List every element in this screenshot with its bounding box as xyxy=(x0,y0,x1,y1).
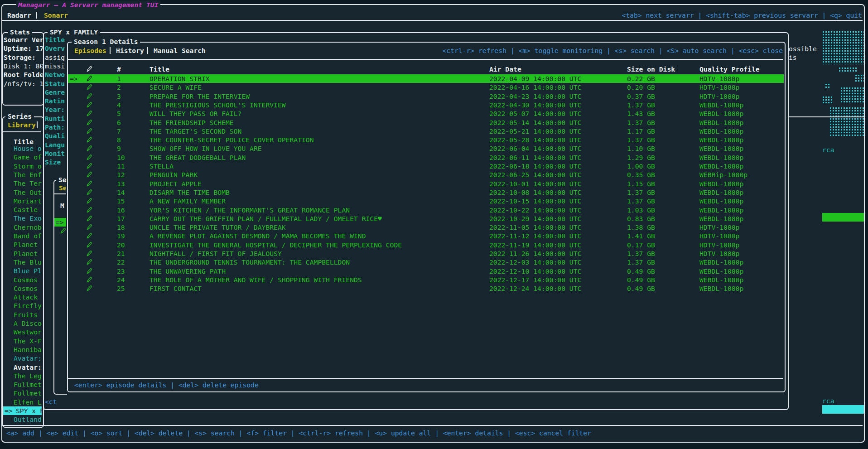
background-selected-row-fragment xyxy=(822,405,864,414)
series-list-item[interactable]: Planet xyxy=(14,240,42,249)
series-list-item[interactable]: Avatar: xyxy=(14,354,42,362)
episode-number: 13 xyxy=(117,179,125,188)
series-list-item[interactable]: Firefly xyxy=(14,301,42,310)
episode-row[interactable]: 13PROJECT APPLE2022-10-01 14:00:00 UTC1.… xyxy=(68,179,784,188)
episode-title: THE PRESTIGIOUS SCHOOL'S INTERVIEW xyxy=(149,101,286,109)
episode-row[interactable]: 15A NEW FAMILY MEMBER2022-10-15 14:00:00… xyxy=(68,197,784,205)
series-selected-row[interactable]: =>SPY x F xyxy=(3,406,42,415)
monitored-pencil-icon xyxy=(86,118,92,127)
series-field-label: Genre xyxy=(45,88,66,97)
series-list-item[interactable]: Blue Pl xyxy=(14,266,42,275)
series-list-item[interactable]: House o xyxy=(14,144,42,153)
series-list-item[interactable]: The Enf xyxy=(14,170,42,179)
series-list-item[interactable]: Chernob xyxy=(14,223,42,232)
series-list-item[interactable]: The Exo xyxy=(14,214,42,222)
episode-size: 0.35 GB xyxy=(627,170,655,179)
series-list-item[interactable]: The Blu xyxy=(14,258,42,266)
series-list-item[interactable]: The Ter xyxy=(14,179,42,188)
episode-row[interactable]: 4THE PRESTIGIOUS SCHOOL'S INTERVIEW2022-… xyxy=(68,101,784,109)
episode-row[interactable]: 3PREPARE FOR THE INTERVIEW2022-04-23 14:… xyxy=(68,92,784,101)
episode-quality: WEBDL-1080p xyxy=(699,144,743,153)
series-list-item[interactable]: Hanniba xyxy=(14,345,42,354)
tab-sonarr[interactable]: Sonarr xyxy=(44,11,68,19)
series-list-item[interactable]: Outland xyxy=(14,415,42,424)
episode-row[interactable]: 22THE UNDERGROUND TENNIS TOURNAMENT: THE… xyxy=(68,258,784,266)
monitored-pencil-icon xyxy=(60,227,66,235)
episode-row[interactable]: 2SECURE A WIFE2022-04-16 14:00:00 UTC0.2… xyxy=(68,83,784,92)
monitored-pencil-icon xyxy=(86,197,92,205)
series-list-item[interactable]: Planet xyxy=(14,249,42,258)
series-list-item[interactable]: A Disco xyxy=(14,319,42,328)
monitored-pencil-icon xyxy=(86,153,92,162)
episode-row[interactable]: 20INVESTIGATE THE GENERAL HOSPITAL / DEC… xyxy=(68,241,784,249)
series-list-item[interactable]: Fullmet xyxy=(14,380,42,389)
series-list-item[interactable]: The Out xyxy=(14,188,42,197)
episode-row[interactable]: 9SHOW OFF HOW IN LOVE YOU ARE2022-06-04 … xyxy=(68,144,784,153)
episode-row[interactable]: 8THE COUNTER-SECRET POLICE COVER OPERATI… xyxy=(68,135,784,144)
episode-air-date: 2022-06-11 14:00:00 UTC xyxy=(489,153,581,162)
episode-row[interactable]: 7THE TARGET'S SECOND SON2022-05-21 14:00… xyxy=(68,127,784,135)
tab-seasons-fragment: Sea xyxy=(59,183,66,192)
tab-history[interactable]: History xyxy=(116,46,144,55)
series-list-item[interactable]: Storm o xyxy=(14,162,42,170)
episode-number: 7 xyxy=(117,127,121,135)
series-field-label: Statu xyxy=(45,79,66,88)
tab-radarr[interactable]: Radarr xyxy=(7,11,31,19)
series-list-item[interactable]: Elfen L xyxy=(14,398,42,406)
episode-row[interactable]: 14DISARM THE TIME BOMB2022-10-08 14:00:0… xyxy=(68,188,784,197)
episode-row[interactable]: 16YOR'S KITCHEN / THE INFORMANT'S GREAT … xyxy=(68,206,784,214)
series-list-item[interactable]: The Leg xyxy=(14,372,42,380)
episode-row[interactable]: =>1OPERATION STRIX2022-04-09 14:00:00 UT… xyxy=(68,74,784,83)
episode-size: 1.37 GB xyxy=(627,249,655,258)
episode-quality: HDTV-1080p xyxy=(699,232,739,240)
tab-library[interactable]: Library xyxy=(8,121,36,129)
series-list-item[interactable]: Fruits xyxy=(14,310,42,319)
series-list-item[interactable]: Westwor xyxy=(14,328,42,336)
monitored-pencil-icon xyxy=(86,109,92,118)
monitored-pencil-icon xyxy=(86,258,92,266)
series-list-item[interactable]: Fullmet xyxy=(14,389,42,397)
series-list-item[interactable]: Castle xyxy=(14,205,42,214)
tab-episodes[interactable]: Episodes xyxy=(74,46,106,55)
episode-row[interactable]: 12PENGUIN PARK2022-06-25 14:00:00 UTC0.3… xyxy=(68,170,784,179)
episode-row[interactable]: 5WILL THEY PASS OR FAIL?2022-05-07 14:00… xyxy=(68,109,784,118)
series-list-item[interactable]: Cosmos xyxy=(14,284,42,293)
episode-size: 1.37 GB xyxy=(627,258,655,266)
episode-quality: WEBDL-1080p xyxy=(699,179,743,188)
episode-row[interactable]: 17CARRY OUT THE GRIFFIN PLAN / FULLMETAL… xyxy=(68,214,784,223)
episode-row[interactable]: 19A REVENGE PLOT AGAINST DESMOND / MAMA … xyxy=(68,232,784,240)
episode-row[interactable]: 10THE GREAT DODGEBALL PLAN2022-06-11 14:… xyxy=(68,153,784,162)
tab-manual-search[interactable]: Manual Search xyxy=(154,46,206,55)
episode-row[interactable]: 6THE FRIENDSHIP SCHEME2022-05-14 14:00:0… xyxy=(68,118,784,127)
tab-separator xyxy=(110,47,111,54)
background-text-fragment: ossible xyxy=(789,44,817,53)
episode-air-date: 2022-10-29 14:00:00 UTC xyxy=(489,214,581,223)
series-list-item[interactable]: Attack xyxy=(14,293,42,301)
episode-row[interactable]: 21NIGHTFALL / FIRST FIT OF JEALOUSY2022-… xyxy=(68,249,784,258)
monitored-pencil-icon xyxy=(86,74,92,83)
episode-row[interactable]: 25FIRST CONTACT2022-12-24 14:00:00 UTC0.… xyxy=(68,284,784,293)
episode-number: 17 xyxy=(117,214,125,223)
episodes-footer-divider xyxy=(68,378,783,379)
episode-row[interactable]: 23THE UNWAVERING PATH2022-12-10 14:00:00… xyxy=(68,267,784,275)
episode-quality: WEBDL-1080p xyxy=(699,109,743,118)
series-list-item[interactable]: Band of xyxy=(14,232,42,240)
episode-row[interactable]: 11STELLA2022-06-18 14:00:00 UTC1.00 GBWE… xyxy=(68,162,784,170)
episode-air-date: 2022-05-07 14:00:00 UTC xyxy=(489,109,581,118)
episode-title: OPERATION STRIX xyxy=(149,74,210,83)
series-list-item[interactable]: The X-F xyxy=(14,337,42,345)
episode-title: UNCLE THE PRIVATE TUTOR / DAYBREAK xyxy=(149,223,286,232)
series-list-item[interactable]: Moriart xyxy=(14,197,42,205)
series-list-item[interactable]: Game of xyxy=(14,153,42,161)
poster-art-dots xyxy=(829,107,864,137)
stats-line: Disk 1: 80 xyxy=(4,62,43,70)
episode-number: 20 xyxy=(117,241,125,249)
seasons-selected-row-fragment[interactable]: => xyxy=(54,218,66,227)
series-list-item[interactable]: Cosmos xyxy=(14,275,42,284)
episode-number: 21 xyxy=(117,249,125,258)
episode-row[interactable]: 18UNCLE THE PRIVATE TUTOR / DAYBREAK2022… xyxy=(68,223,784,232)
series-list-item[interactable]: Avatar: xyxy=(14,363,42,372)
episode-row[interactable]: 24THE ROLE OF A MOTHER AND WIFE / SHOPPI… xyxy=(68,275,784,284)
tab-separator xyxy=(147,47,148,54)
episode-quality: WEBDL-1080p xyxy=(699,162,743,170)
